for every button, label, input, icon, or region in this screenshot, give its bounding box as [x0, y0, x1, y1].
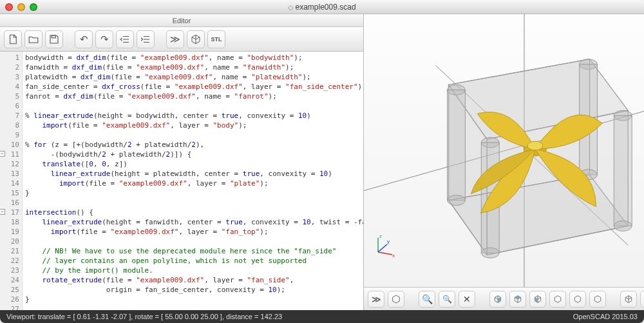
undo-button[interactable]: ↶: [75, 30, 93, 48]
app-window: example009.scad Editor ↶ ↷ ≫ STL 1234567…: [0, 0, 644, 323]
reset-view-button[interactable]: ✕: [459, 291, 475, 308]
3d-render: [364, 14, 644, 287]
titlebar: example009.scad: [0, 0, 644, 14]
indent-button[interactable]: [137, 30, 155, 48]
perspective-button[interactable]: [620, 291, 637, 308]
version-label: OpenSCAD 2015.03: [573, 313, 638, 320]
svg-text:y: y: [387, 239, 390, 244]
3d-viewport[interactable]: z y x: [364, 14, 644, 287]
editor-pane: Editor ↶ ↷ ≫ STL 1234567891011−121314151…: [0, 14, 364, 310]
svg-rect-10: [448, 90, 466, 200]
open-button[interactable]: [24, 30, 43, 48]
editor-header: Editor: [0, 14, 363, 27]
save-button[interactable]: [45, 30, 63, 48]
main-content: Editor ↶ ↷ ≫ STL 1234567891011−121314151…: [0, 14, 644, 310]
svg-point-11: [448, 195, 466, 206]
stl-button[interactable]: STL: [207, 30, 225, 48]
svg-rect-16: [614, 115, 632, 226]
view-right-button[interactable]: [489, 291, 506, 308]
svg-text:x: x: [392, 253, 395, 259]
preview-view-button[interactable]: ≫: [368, 291, 384, 308]
zoom-out-button[interactable]: 🔍: [439, 291, 455, 308]
editor-toolbar: ↶ ↷ ≫ STL: [0, 27, 363, 52]
viewport-status: Viewport: translate = [ 0.61 -1.31 -2.07…: [6, 313, 282, 320]
unindent-button[interactable]: [116, 30, 134, 48]
svg-text:z: z: [379, 233, 382, 239]
viewport-pane: z y x ≫ 🔍 🔍 ✕: [364, 14, 644, 310]
render-view-button[interactable]: [388, 291, 404, 308]
line-gutter: 1234567891011−121314151617−1819202122232…: [0, 52, 23, 310]
svg-line-24: [378, 252, 392, 255]
code-content[interactable]: bodywidth = dxf_dim(file = "example009.d…: [23, 52, 363, 310]
status-bar: Viewport: translate = [ 0.61 -1.31 -2.07…: [0, 310, 644, 323]
view-back-button[interactable]: [569, 291, 586, 308]
view-bottom-button[interactable]: [589, 291, 606, 308]
view-front-button[interactable]: [549, 291, 566, 308]
ortho-button[interactable]: [640, 291, 644, 308]
redo-button[interactable]: ↷: [95, 30, 113, 48]
svg-line-25: [378, 244, 387, 252]
window-title: example009.scad: [0, 3, 644, 12]
render-button[interactable]: [187, 30, 205, 48]
zoom-in-button[interactable]: 🔍: [419, 291, 435, 308]
axes-indicator: z y x: [372, 233, 397, 259]
svg-rect-0: [52, 35, 55, 38]
preview-button[interactable]: ≫: [166, 30, 184, 48]
view-left-button[interactable]: [529, 291, 546, 308]
view-top-button[interactable]: [509, 291, 526, 308]
new-button[interactable]: [4, 30, 22, 48]
code-editor[interactable]: 1234567891011−121314151617−1819202122232…: [0, 52, 363, 310]
svg-point-17: [614, 220, 632, 231]
svg-point-22: [527, 141, 543, 150]
svg-point-20: [481, 248, 499, 258]
viewport-toolbar: ≫ 🔍 🔍 ✕ ≫: [364, 287, 644, 310]
